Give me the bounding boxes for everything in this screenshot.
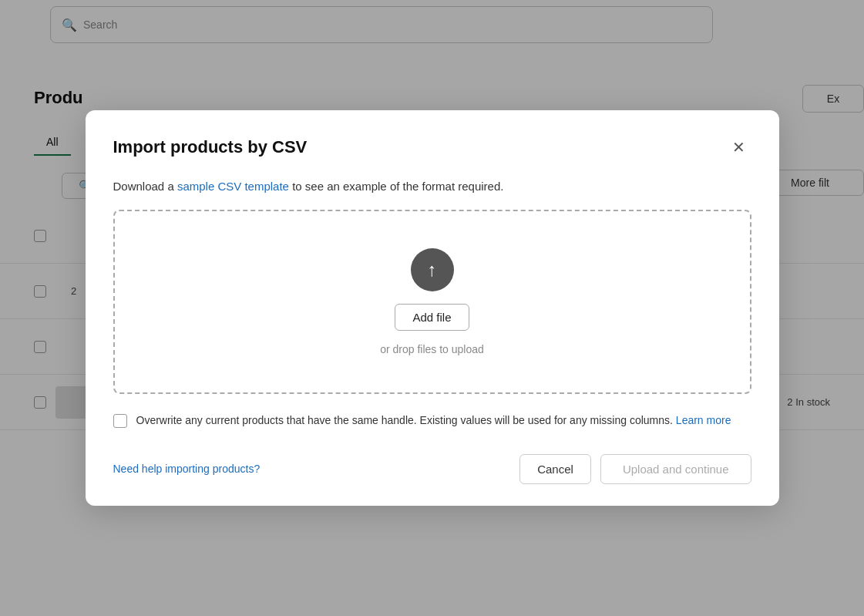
import-csv-modal: Import products by CSV ✕ Download a samp… bbox=[86, 110, 779, 505]
modal-header: Import products by CSV ✕ bbox=[113, 135, 751, 160]
overwrite-checkbox[interactable] bbox=[113, 414, 127, 428]
close-icon: ✕ bbox=[732, 138, 745, 157]
modal-footer: Need help importing products? Cancel Upl… bbox=[113, 454, 751, 484]
upload-continue-button[interactable]: Upload and continue bbox=[600, 454, 751, 484]
upload-icon-circle: ↑ bbox=[411, 248, 454, 291]
modal-overlay: Import products by CSV ✕ Download a samp… bbox=[0, 0, 864, 616]
desc-before-link: Download a bbox=[113, 180, 177, 193]
help-link[interactable]: Need help importing products? bbox=[113, 463, 261, 475]
drop-hint-text: or drop files to upload bbox=[380, 343, 484, 355]
modal-description: Download a sample CSV template to see an… bbox=[113, 178, 751, 196]
file-drop-zone[interactable]: ↑ Add file or drop files to upload bbox=[113, 210, 751, 394]
modal-title: Import products by CSV bbox=[113, 137, 308, 157]
overwrite-label: Overwrite any current products that have… bbox=[136, 412, 731, 429]
add-file-button[interactable]: Add file bbox=[395, 304, 469, 331]
learn-more-link[interactable]: Learn more bbox=[676, 414, 731, 426]
sample-csv-link[interactable]: sample CSV template bbox=[177, 180, 289, 193]
overwrite-option-row: Overwrite any current products that have… bbox=[113, 412, 751, 429]
upload-arrow-icon: ↑ bbox=[428, 261, 437, 279]
cancel-button[interactable]: Cancel bbox=[519, 454, 591, 484]
desc-after-link: to see an example of the format required… bbox=[289, 180, 504, 193]
close-button[interactable]: ✕ bbox=[727, 135, 751, 160]
footer-actions: Cancel Upload and continue bbox=[519, 454, 751, 484]
